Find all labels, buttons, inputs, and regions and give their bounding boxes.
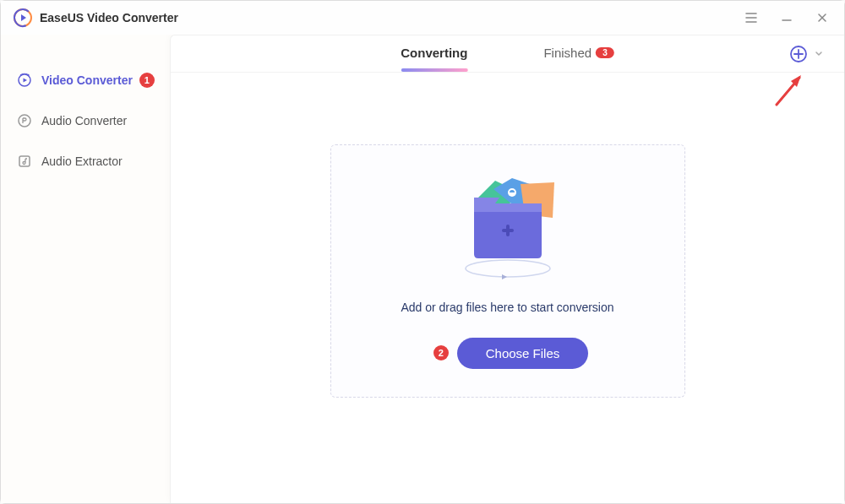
audio-converter-icon [16, 112, 33, 129]
app-window: EaseUS Video Converter Video Converter 1 [0, 0, 845, 504]
app-title: EaseUS Video Converter [40, 11, 741, 24]
tabs: Converting Finished 3 [171, 35, 844, 73]
close-icon[interactable] [812, 8, 832, 28]
choose-files-button[interactable]: Choose Files [457, 338, 589, 369]
add-file-dropdown-icon[interactable] [814, 46, 824, 62]
content-area: Add or drag files here to start conversi… [171, 73, 844, 503]
sidebar-item-label: Video Converter [41, 73, 133, 87]
svg-point-10 [466, 260, 550, 277]
callout-badge-2: 2 [433, 345, 449, 360]
sidebar-item-video-converter[interactable]: Video Converter 1 [1, 60, 170, 100]
sidebar-item-audio-extractor[interactable]: Audio Extractor [1, 141, 170, 182]
minimize-icon[interactable] [777, 8, 797, 28]
add-file-button[interactable] [788, 44, 809, 64]
svg-marker-11 [502, 274, 507, 279]
tab-active-indicator [401, 68, 467, 72]
tab-label: Converting [401, 46, 467, 60]
sidebar-item-label: Audio Converter [41, 114, 127, 127]
sidebar-item-audio-converter[interactable]: Audio Converter [1, 100, 170, 141]
app-logo-icon [13, 8, 33, 28]
tab-label: Finished [543, 46, 592, 60]
sidebar: Video Converter 1 Audio Converter Audio … [1, 35, 170, 503]
video-converter-icon [16, 72, 33, 89]
callout-badge-1: 1 [139, 73, 155, 88]
dropzone[interactable]: Add or drag files here to start conversi… [330, 144, 685, 398]
tab-finished[interactable]: Finished 3 [543, 46, 613, 62]
dropzone-hint: Add or drag files here to start conversi… [401, 301, 613, 314]
audio-extractor-icon [16, 153, 33, 170]
titlebar: EaseUS Video Converter [1, 1, 844, 35]
finished-count-badge: 3 [596, 47, 614, 58]
sidebar-item-label: Audio Extractor [41, 154, 123, 168]
window-controls [741, 8, 832, 28]
tab-converting[interactable]: Converting [401, 46, 467, 62]
svg-rect-9 [506, 225, 510, 236]
body-area: Video Converter 1 Audio Converter Audio … [1, 35, 844, 503]
folder-illustration-icon [444, 174, 571, 284]
main-panel: Converting Finished 3 [170, 35, 844, 503]
menu-icon[interactable] [741, 8, 761, 28]
